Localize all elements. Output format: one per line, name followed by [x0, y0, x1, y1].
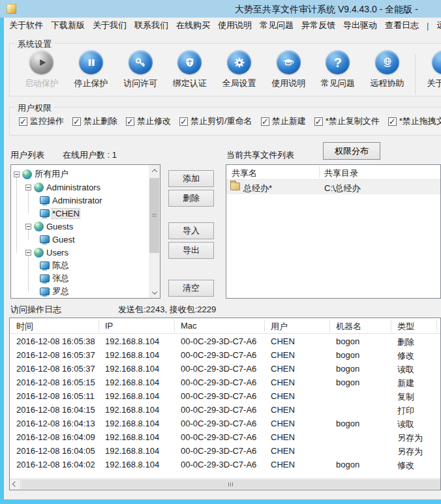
tree-node-label: 张总 [52, 273, 69, 284]
import-button[interactable]: 导入 [168, 222, 214, 239]
share-row[interactable]: 总经办* C:\总经办 [226, 180, 440, 194]
menu-item-export-driver[interactable]: 导出驱动 [343, 20, 377, 31]
folder-icon [230, 183, 240, 190]
menu-item-about-us[interactable]: 关于我们 [93, 20, 127, 31]
checkbox-label: 禁止删除 [84, 115, 117, 127]
tree-vertical-scrollbar[interactable] [149, 165, 160, 298]
gear-icon [227, 50, 251, 74]
collapse-icon[interactable] [14, 171, 20, 177]
about-software-button[interactable]: i 关于软件 [422, 50, 441, 89]
menu-item-remote-assist[interactable]: 远程协助 [436, 20, 441, 31]
export-button[interactable]: 导出 [168, 242, 214, 259]
column-header-mac[interactable]: Mac [174, 318, 264, 333]
faq-button[interactable]: ? 常见问题 [316, 50, 359, 89]
log-row[interactable]: 2016-12-08 16:05:38192.168.8.10400-0C-29… [10, 334, 440, 348]
checkbox-forbid-drag-file[interactable]: *禁止拖拽文件 [388, 115, 441, 127]
column-header-share-dir[interactable]: 共享目录 [324, 168, 358, 179]
cell-mac: 00-0C-29-3D-C7-A6 [174, 416, 264, 430]
tree-node-users-group[interactable]: Users [25, 246, 68, 259]
tree-node-chenzong[interactable]: 陈总 [40, 259, 69, 272]
scrollbar-thumb[interactable] [22, 480, 440, 489]
log-row[interactable]: 2016-12-08 16:05:15192.168.8.10400-0C-29… [10, 375, 440, 389]
cell-time: 2016-12-08 16:05:11 [10, 389, 99, 402]
collapse-icon[interactable] [25, 224, 31, 230]
tree-node-guest[interactable]: Guest [40, 233, 75, 246]
access-permit-button[interactable]: 访问许可 [119, 50, 162, 89]
checkbox-monitor-ops[interactable]: 监控操作 [19, 115, 64, 127]
tool-label: 远程协助 [366, 78, 409, 89]
scrollbar-thumb[interactable] [149, 178, 159, 253]
checkbox-icon [19, 117, 27, 126]
cell-time: 2016-12-08 16:05:37 [10, 361, 99, 375]
global-settings-button[interactable]: 全局设置 [218, 50, 261, 89]
menu-item-contact-us[interactable]: 联系我们 [134, 20, 168, 31]
column-divider[interactable] [319, 166, 320, 178]
log-row[interactable]: 2016-12-08 16:04:15192.168.8.10400-0C-29… [10, 402, 440, 416]
usage-help-button[interactable]: 使用说明 [267, 50, 310, 89]
log-horizontal-scrollbar[interactable] [10, 479, 440, 490]
checkbox-forbid-delete[interactable]: 禁止删除 [72, 115, 117, 127]
tree-node-administrators[interactable]: Administrators [25, 181, 100, 194]
stop-protection-button[interactable]: 停止保护 [70, 50, 113, 89]
column-divider[interactable] [174, 319, 175, 332]
checkbox-forbid-create[interactable]: 禁止新建 [261, 115, 306, 127]
column-header-machine[interactable]: 机器名 [329, 318, 391, 333]
cell-user: CHEN [264, 430, 329, 443]
cell-mac: 00-0C-29-3D-C7-A6 [174, 348, 264, 361]
menu-item-about-software[interactable]: 关于软件 [9, 20, 43, 31]
checkbox-forbid-copy-file[interactable]: *禁止复制文件 [314, 115, 380, 127]
menu-item-feedback[interactable]: 异常反馈 [301, 20, 335, 31]
permission-distribution-button[interactable]: 权限分布 [323, 142, 380, 160]
column-header-user[interactable]: 用户 [264, 318, 329, 333]
delete-button[interactable]: 删除 [168, 190, 214, 207]
checkbox-forbid-modify[interactable]: 禁止修改 [126, 115, 171, 127]
cell-machine [329, 430, 391, 443]
collapse-icon[interactable] [25, 250, 31, 256]
column-divider[interactable] [436, 319, 437, 332]
column-divider[interactable] [329, 319, 330, 332]
column-divider[interactable] [99, 319, 99, 332]
log-row[interactable]: 2016-12-08 16:05:37192.168.8.10400-0C-29… [10, 361, 440, 375]
column-divider[interactable] [391, 319, 391, 332]
menu-item-usage-help[interactable]: 使用说明 [218, 20, 252, 31]
tree-node-zhangzong[interactable]: 张总 [40, 272, 69, 285]
column-header-share-name[interactable]: 共享名 [232, 168, 257, 179]
checkbox-forbid-cut-rename[interactable]: 禁止剪切/重命名 [179, 115, 252, 127]
menu-item-view-log[interactable]: 查看日志 [385, 20, 419, 31]
scroll-left-icon[interactable] [10, 479, 21, 490]
bind-auth-button[interactable]: 绑定认证 [168, 50, 211, 89]
menubar: 关于软件 下载新版 关于我们 联系我们 在线购买 使用说明 常见问题 异常反馈 … [4, 18, 441, 33]
column-header-time[interactable]: 时间 [10, 318, 99, 333]
menu-item-faq[interactable]: 常见问题 [260, 20, 294, 31]
log-row[interactable]: 2016-12-08 16:04:13192.168.8.10400-0C-29… [10, 416, 440, 430]
log-row[interactable]: 2016-12-08 16:04:05192.168.8.10400-0C-29… [10, 443, 440, 457]
scroll-down-icon[interactable] [149, 287, 160, 298]
column-header-type[interactable]: 类型 [391, 318, 440, 333]
column-header-ip[interactable]: IP [99, 318, 174, 333]
collapse-icon[interactable] [25, 185, 31, 190]
log-row[interactable]: 2016-12-08 16:05:37192.168.8.10400-0C-29… [10, 348, 440, 361]
play-icon [29, 50, 53, 74]
cell-type: 另存为 [391, 430, 440, 443]
checkbox-icon [126, 117, 134, 126]
tree-node-guests[interactable]: Guests [25, 220, 73, 233]
log-row[interactable]: 2016-12-08 16:04:02192.168.8.10400-0C-29… [10, 457, 440, 471]
column-divider[interactable] [264, 319, 265, 332]
clear-button[interactable]: 清空 [168, 280, 214, 297]
tree-node-all-users[interactable]: 所有用户 [14, 168, 68, 181]
menu-item-download-new[interactable]: 下载新版 [51, 20, 85, 31]
log-row[interactable]: 2016-12-08 16:04:09192.168.8.10400-0C-29… [10, 430, 440, 443]
remote-assist-button[interactable]: 远程协助 [366, 50, 409, 89]
globe-hand-icon [375, 50, 399, 74]
tree-node-chen[interactable]: *CHEN [40, 207, 80, 220]
menu-item-buy-online[interactable]: 在线购买 [176, 20, 210, 31]
tree-node-luozong[interactable]: 罗总 [40, 285, 69, 298]
scroll-up-icon[interactable] [149, 165, 160, 176]
checkbox-label: 监控操作 [30, 115, 64, 127]
start-protection-button[interactable]: 启动保护 [20, 50, 63, 89]
add-button[interactable]: 添加 [168, 170, 214, 187]
toolbar: 启动保护 停止保护 访问许可 绑定认证 [10, 44, 441, 95]
log-row[interactable]: 2016-12-08 16:05:11192.168.8.10400-0C-29… [10, 389, 440, 402]
tree-node-administrator[interactable]: Administrator [40, 194, 102, 207]
tree-node-label: Administrators [46, 183, 100, 192]
